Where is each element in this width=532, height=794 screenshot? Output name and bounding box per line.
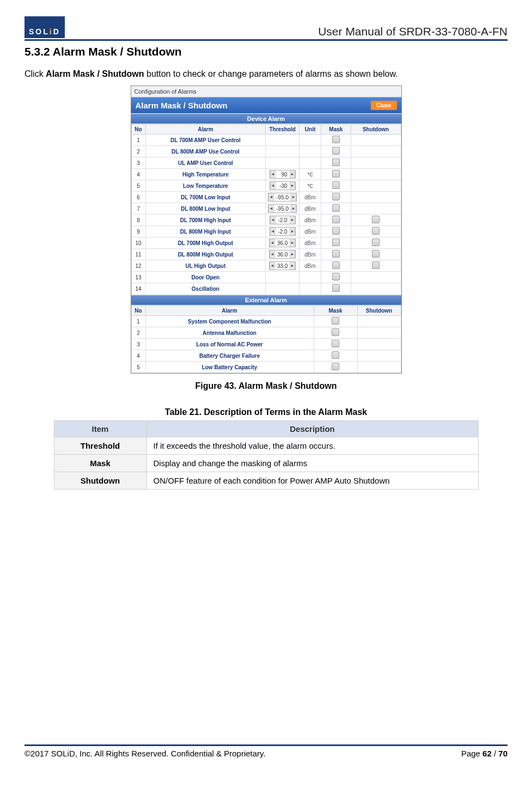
cell-shutdown [357,362,401,373]
checkbox[interactable] [372,239,380,246]
table-row: 2Antenna Malfunction [131,327,401,339]
checkbox[interactable] [332,284,340,292]
cell-mask [321,260,351,272]
cell-mask [321,203,351,215]
checkbox[interactable] [372,227,380,235]
table-row: 1DL 700M AMP User Control [131,135,401,146]
checkbox[interactable] [332,250,340,258]
table-row: 10DL 700M High Output◂36.0▸dBm [131,237,401,249]
table-row: MaskDisplay and change the masking of al… [54,455,478,472]
footer-page: Page 62 / 70 [461,749,507,758]
checkbox[interactable] [332,317,339,325]
checkbox[interactable] [372,261,380,269]
checkbox[interactable] [332,147,340,155]
cell-alarm: DL 800M High Output [145,249,266,260]
cell-shutdown [351,146,401,157]
checkbox[interactable] [332,216,340,223]
checkbox[interactable] [332,351,339,359]
table-row: 5Low Temperature◂-30▸℃ [131,180,401,192]
cell-alarm: Antenna Malfunction [145,327,314,339]
cell-unit [299,146,321,157]
checkbox[interactable] [332,227,340,235]
cell-alarm: System Component Malfunction [145,316,314,327]
checkbox[interactable] [332,204,340,212]
cell-no: 4 [131,350,145,362]
checkbox[interactable] [332,273,340,280]
cell-alarm: DL 800M High Input [145,226,266,237]
cell-shutdown [351,180,401,192]
checkbox[interactable] [332,239,340,246]
cell-alarm: Loss of Normal AC Power [145,339,314,350]
checkbox[interactable] [332,363,339,370]
cell-threshold: ◂-95.0▸ [266,203,299,215]
threshold-spinner[interactable]: ◂-95.0▸ [268,204,297,213]
threshold-spinner[interactable]: ◂36.0▸ [269,250,296,259]
threshold-spinner[interactable]: ◂-95.0▸ [268,193,297,201]
cell-no: 2 [131,327,145,339]
checkbox[interactable] [332,340,339,347]
cell-mask [321,237,351,249]
cell-shutdown [357,327,401,339]
threshold-spinner[interactable]: ◂-2.0▸ [270,216,296,224]
col-no: No [131,125,145,135]
cell-shutdown [351,157,401,169]
alarm-dialog: Configuration of Alarms Alarm Mask / Shu… [131,85,402,374]
section-heading: 5.3.2 Alarm Mask / Shutdown [25,45,507,58]
cell-description: If it exceeds the threshold value, the a… [146,437,478,455]
checkbox[interactable] [332,193,340,200]
cell-unit: ℃ [299,180,321,192]
cell-shutdown [351,249,401,260]
checkbox[interactable] [332,181,340,189]
threshold-spinner[interactable]: ◂-2.0▸ [270,227,296,236]
table-row: 9DL 800M High Input◂-2.0▸dBm [131,226,401,237]
threshold-spinner[interactable]: ◂36.0▸ [269,239,296,247]
logo-text-dot: i [50,27,53,36]
threshold-spinner[interactable]: ◂-30▸ [270,181,296,190]
cell-threshold [266,146,299,157]
checkbox[interactable] [332,328,339,336]
cell-threshold: ◂36.0▸ [266,237,299,249]
checkbox[interactable] [332,136,340,143]
cell-threshold [266,135,299,146]
cell-unit [299,157,321,169]
checkbox[interactable] [372,216,380,223]
cell-threshold: ◂-2.0▸ [266,215,299,226]
cell-alarm: DL 800M AMP Use Control [145,146,266,157]
threshold-spinner[interactable]: ◂33.0▸ [269,261,296,270]
cell-threshold [266,157,299,169]
cell-mask [321,169,351,180]
col-alarm: Alarm [145,125,266,135]
col-shutdown: Shutdown [351,125,401,135]
cell-alarm: DL 800M Low Input [145,203,266,215]
cell-shutdown [351,135,401,146]
section-number: 5.3.2 [25,45,50,58]
cell-threshold: ◂-2.0▸ [266,226,299,237]
checkbox[interactable] [332,170,340,178]
page-footer: ©2017 SOLiD, Inc. All Rights Reserved. C… [25,744,507,758]
checkbox[interactable] [372,250,380,258]
checkbox[interactable] [332,261,340,269]
dialog-header: Alarm Mask / Shutdown Close [131,97,401,113]
table-row: 12UL High Output◂33.0▸dBm [131,260,401,272]
cell-unit: dBm [299,192,321,203]
cell-alarm: Battery Charger Failure [145,350,314,362]
footer-copyright: ©2017 SOLiD, Inc. All Rights Reserved. C… [25,749,266,758]
cell-unit: dBm [299,260,321,272]
checkbox[interactable] [332,158,340,166]
device-alarm-table: No Alarm Threshold Unit Mask Shutdown 1D… [131,124,401,295]
cell-item: Shutdown [54,472,146,490]
table-row: 5Low Battery Capacity [131,362,401,373]
cell-threshold: ◂-95.0▸ [266,192,299,203]
external-alarm-table: No Alarm Mask Shutdown 1System Component… [131,306,401,373]
cell-no: 3 [131,339,145,350]
cell-mask [314,350,357,362]
cell-shutdown [351,203,401,215]
cell-threshold: ◂36.0▸ [266,249,299,260]
table-row: 14Oscillation [131,283,401,295]
cell-alarm: DL 700M AMP User Control [145,135,266,146]
cell-mask [321,157,351,169]
cell-description: Display and change the masking of alarms [146,455,478,472]
col-alarm: Alarm [145,306,314,316]
threshold-spinner[interactable]: ◂90▸ [270,170,296,179]
close-button[interactable]: Close [371,101,396,110]
